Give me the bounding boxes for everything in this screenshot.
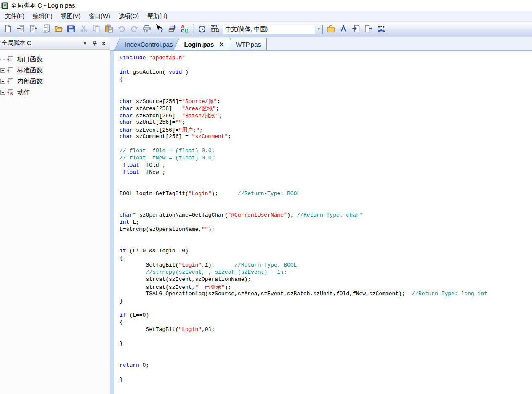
code-line bbox=[120, 333, 532, 341]
tree-item-label: 内部函数 bbox=[16, 77, 44, 86]
tree-expand-plus-icon[interactable]: + bbox=[0, 90, 5, 95]
tree-item-standard-functions[interactable]: +标准函数 bbox=[0, 65, 110, 76]
print-button[interactable] bbox=[141, 24, 153, 35]
app-icon bbox=[1, 2, 8, 9]
code-line: { bbox=[120, 319, 532, 326]
io-fields-button[interactable]: 1010 bbox=[209, 24, 221, 35]
menu-item-edit[interactable]: 编辑(E) bbox=[29, 11, 57, 21]
code-line bbox=[120, 62, 532, 69]
editor-selection-margin bbox=[110, 51, 114, 394]
svg-text:1010: 1010 bbox=[212, 28, 219, 32]
panel-title: 全局脚本 C bbox=[2, 40, 80, 47]
menu-item-window[interactable]: 窗口(W) bbox=[85, 11, 114, 21]
combobox-dropdown-icon[interactable]: ▼ bbox=[315, 25, 322, 34]
code-line bbox=[120, 176, 532, 183]
code-editor[interactable]: #include "apdefap.h" int gscAction( void… bbox=[110, 51, 532, 394]
script-report-icon bbox=[42, 24, 50, 34]
menu-item-file[interactable]: 文件(F) bbox=[1, 11, 29, 21]
function-tree: 项目函数+标准函数+内部函数+动作 bbox=[0, 50, 110, 98]
code-line: { bbox=[120, 255, 532, 262]
users-icon bbox=[377, 24, 386, 34]
tab-wtp[interactable]: WTP.pas bbox=[225, 38, 267, 50]
paste-button[interactable] bbox=[103, 24, 115, 35]
code-line: #include "apdefap.h" bbox=[120, 55, 532, 62]
menu-item-view[interactable]: 视图(V) bbox=[57, 11, 85, 21]
panel-pin-icon[interactable] bbox=[90, 40, 98, 47]
syntax-check-button[interactable]: ACB bbox=[179, 24, 191, 35]
code-line: SetTagBit("Login",1); //Return-Type: BOO… bbox=[120, 262, 532, 269]
code-line: } bbox=[120, 298, 532, 305]
toolbox-button[interactable] bbox=[325, 24, 337, 35]
panel-header: 全局脚本 C ▼ bbox=[0, 37, 110, 50]
svg-text:C: C bbox=[181, 28, 184, 32]
export-script-button[interactable] bbox=[27, 24, 39, 35]
io-fields-icon: 1010 bbox=[210, 24, 219, 34]
export-file-button[interactable] bbox=[363, 24, 375, 35]
tab-close-icon[interactable] bbox=[219, 42, 224, 47]
menu-bar: 文件(F)编辑(E)视图(V)窗口(W)选项(O)帮助(H) bbox=[0, 11, 532, 22]
tree-branch-line bbox=[0, 59, 6, 60]
open-button[interactable] bbox=[53, 24, 64, 35]
script-report-button[interactable] bbox=[40, 24, 52, 35]
code-line: //strncpy(szEvent, , sizeof (szEvent) - … bbox=[120, 269, 532, 276]
tree-item-internal-functions[interactable]: +内部函数 bbox=[0, 76, 110, 87]
toolbox-icon bbox=[327, 24, 335, 34]
tree-item-actions[interactable]: +动作 bbox=[0, 87, 110, 98]
code-line: if (L!=0 && login==0) bbox=[120, 248, 532, 255]
code-line: // float fOld = (float) 0.0; bbox=[120, 148, 532, 155]
paste-icon bbox=[105, 24, 113, 34]
code-line bbox=[120, 305, 532, 312]
code-line bbox=[120, 205, 532, 212]
code-line bbox=[120, 90, 532, 98]
export-file-icon bbox=[364, 24, 373, 34]
tools-button[interactable] bbox=[338, 24, 349, 35]
code-line: int L; bbox=[120, 219, 532, 226]
code-line: } bbox=[120, 341, 532, 348]
script-node-icon bbox=[6, 56, 14, 63]
import-script-button[interactable] bbox=[15, 24, 27, 35]
tree-item-project-functions[interactable]: 项目函数 bbox=[0, 54, 110, 65]
menu-item-help[interactable]: 帮助(H) bbox=[143, 11, 171, 21]
import-script-icon bbox=[16, 24, 25, 34]
menu-item-options[interactable]: 选项(O) bbox=[114, 11, 143, 21]
compass-icon bbox=[339, 24, 348, 34]
code-line: char* szOperationName=GetTagChar("@Curre… bbox=[120, 212, 532, 219]
export-script-icon bbox=[29, 24, 37, 34]
code-line bbox=[120, 83, 532, 90]
cut-icon bbox=[80, 24, 88, 34]
title-bar: 全局脚本 C - Login.pas bbox=[0, 0, 532, 11]
save-button[interactable] bbox=[65, 24, 77, 35]
code-line: { bbox=[120, 76, 532, 83]
code-line: // float fNew = (float) 0.0; bbox=[120, 155, 532, 162]
panel-close-icon[interactable] bbox=[100, 40, 107, 47]
panel-menu-chevron-icon[interactable]: ▼ bbox=[81, 40, 89, 47]
code-line bbox=[120, 241, 532, 248]
copy-button bbox=[90, 24, 102, 35]
compile-all-button[interactable] bbox=[166, 24, 178, 35]
cut-button bbox=[78, 24, 90, 35]
new-script-button[interactable] bbox=[2, 24, 14, 35]
code-line bbox=[120, 198, 532, 205]
import-file-button[interactable] bbox=[350, 24, 362, 35]
tab-indexcontrol[interactable]: IndexControl.pas bbox=[114, 38, 178, 50]
code-line: char szComment[256] = "szComment"; bbox=[120, 133, 532, 140]
code-line: L=strcmp(szOperationName,""); bbox=[120, 226, 532, 233]
compile-all-icon bbox=[168, 24, 176, 34]
code-line: char szSource[256]="Source/源"; bbox=[120, 98, 532, 105]
tab-label: IndexControl.pas bbox=[125, 41, 173, 48]
redo-button bbox=[128, 24, 140, 35]
tree-expand-plus-icon[interactable]: + bbox=[0, 68, 5, 73]
script-node-icon bbox=[6, 77, 14, 85]
timers-button[interactable] bbox=[196, 24, 208, 35]
tree-expand-plus-icon[interactable]: + bbox=[0, 79, 5, 84]
tab-login[interactable]: Login.pas bbox=[173, 38, 230, 50]
context-help-button[interactable]: ? bbox=[154, 24, 165, 35]
code-line bbox=[120, 140, 532, 148]
code-line: return 0; bbox=[120, 362, 532, 369]
language-combobox[interactable]: 中文(简体, 中国)▼ bbox=[223, 25, 323, 34]
code-line: int gscAction( void ) bbox=[120, 69, 532, 76]
code-line bbox=[120, 183, 532, 190]
users-button[interactable] bbox=[375, 24, 387, 35]
script-explorer-panel: 全局脚本 C ▼ 项目函数+标准函数+内部函数+动作 bbox=[0, 37, 110, 394]
action-node-icon bbox=[6, 88, 14, 96]
